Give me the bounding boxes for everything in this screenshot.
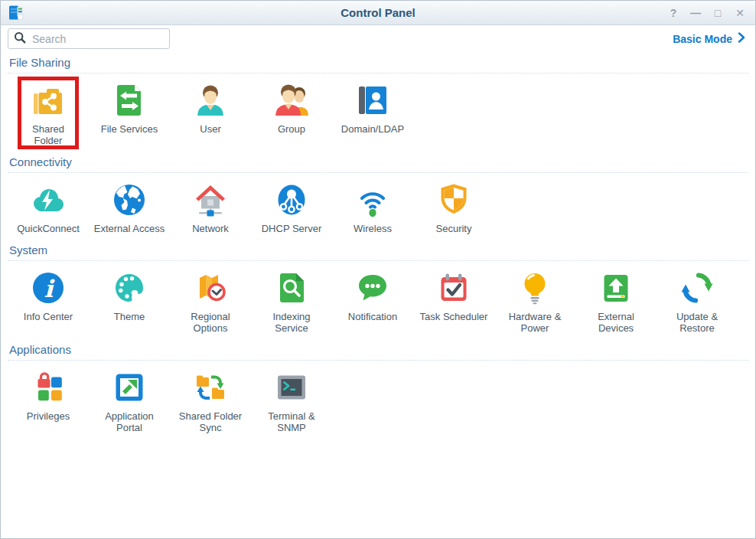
item-label: File Services [101,123,158,135]
control-panel-app-icon [7,4,25,22]
item-label: Indexing Service [256,311,327,334]
section-title: Applications [9,343,747,356]
section-title: System [9,243,747,256]
item-network[interactable]: Network [170,180,251,234]
minimize-button[interactable]: — [689,7,702,19]
user-icon [191,80,230,120]
wireless-icon [353,180,393,220]
item-security[interactable]: Security [413,180,494,234]
item-label: Regional Options [174,311,246,334]
toolbar: Basic Mode [8,28,748,49]
item-label: Task Scheduler [420,311,488,322]
notification-icon [353,268,393,308]
domain-ldap-icon [353,80,393,120]
section-file-sharing: File SharingShared FolderFile ServicesUs… [8,56,748,149]
item-update-restore[interactable]: Update & Restore [657,268,738,334]
item-quickconnect[interactable]: QuickConnect [8,180,89,234]
quickconnect-icon [28,180,68,220]
titlebar: Control Panel ?—□✕ [1,1,755,25]
item-regional-options[interactable]: Regional Options [170,268,251,334]
maximize-button[interactable]: □ [712,7,724,19]
item-label: Info Center [24,311,73,322]
application-portal-icon [109,368,149,407]
item-wireless[interactable]: Wireless [332,180,413,234]
section-system: SystemiInfo CenterThemeRegional OptionsI… [8,243,748,336]
item-notification[interactable]: Notification [332,268,413,322]
item-label: External Devices [580,311,652,334]
item-label: QuickConnect [17,223,80,234]
section-items-row: PrivilegesApplication PortalShared Folde… [8,361,748,436]
close-button[interactable]: ✕ [734,7,746,19]
item-label: Notification [348,311,397,322]
item-label: Application Portal [93,410,165,433]
help-button[interactable]: ? [667,7,679,19]
basic-mode-link[interactable]: Basic Mode [673,32,748,45]
item-theme[interactable]: Theme [89,268,170,322]
window-title: Control Panel [1,6,755,19]
item-label: Shared Folder [24,123,73,146]
item-label: DHCP Server [262,223,322,234]
section-title: File Sharing [9,56,747,69]
item-label: Wireless [354,223,392,234]
window-controls: ?—□✕ [667,7,755,19]
external-devices-icon [596,268,636,308]
shared-folder-icon [28,80,68,120]
item-label: Shared Folder Sync [174,410,246,433]
network-icon [191,180,230,220]
theme-icon [109,268,149,308]
control-panel-window: Control Panel ?—□✕ Basic Mode [0,0,756,539]
section-connectivity: ConnectivityQuickConnectExternal AccessN… [8,155,748,237]
task-scheduler-icon [434,268,474,308]
item-indexing-service[interactable]: Indexing Service [251,268,332,334]
terminal-snmp-icon [272,368,311,407]
section-items-row: iInfo CenterThemeRegional OptionsIndexin… [8,261,748,336]
item-label: Domain/LDAP [341,123,404,135]
search-icon [14,31,26,47]
info-center-icon: i [28,268,68,308]
item-hardware-power[interactable]: Hardware & Power [494,268,575,334]
basic-mode-label: Basic Mode [673,33,732,45]
security-icon [434,180,474,220]
chevron-right-icon [738,32,745,45]
shared-folder-sync-icon [191,368,230,407]
section-items-row: Shared FolderFile ServicesUserGroupDomai… [8,74,748,149]
update-restore-icon [677,268,717,308]
item-file-services[interactable]: File Services [89,80,170,135]
item-application-portal[interactable]: Application Portal [89,368,170,433]
item-terminal-snmp[interactable]: Terminal & SNMP [251,368,332,433]
dhcp-server-icon [272,180,311,220]
item-external-access[interactable]: External Access [89,180,170,234]
item-label: User [200,123,220,135]
item-task-scheduler[interactable]: Task Scheduler [413,268,494,322]
content: Basic Mode File SharingShared FolderFile… [1,28,755,436]
section-items-row: QuickConnectExternal AccessNetworkDHCP S… [8,173,748,237]
privileges-icon [28,368,68,407]
indexing-service-icon [272,268,311,308]
item-label: Privileges [27,410,70,422]
item-dhcp-server[interactable]: DHCP Server [251,180,332,234]
sections-container: File SharingShared FolderFile ServicesUs… [8,56,748,436]
hardware-power-icon [515,268,555,308]
regional-options-icon [191,268,230,308]
item-label: Update & Restore [661,311,733,334]
search-input[interactable] [31,32,172,46]
group-icon [272,80,311,120]
item-domain-ldap[interactable]: Domain/LDAP [332,80,413,135]
item-group[interactable]: Group [251,80,332,135]
item-label: Hardware & Power [499,311,571,334]
file-services-icon [109,80,149,120]
section-applications: ApplicationsPrivilegesApplication Portal… [8,343,748,436]
item-external-devices[interactable]: External Devices [575,268,657,334]
item-label: Security [436,223,472,234]
item-shared-folder-sync[interactable]: Shared Folder Sync [170,368,251,433]
item-privileges[interactable]: Privileges [8,368,89,422]
item-label: Terminal & SNMP [256,410,327,433]
item-label: External Access [94,223,165,234]
search-box[interactable] [8,28,170,49]
external-access-icon [109,180,149,220]
section-title: Connectivity [9,155,747,168]
item-label: Group [278,123,305,135]
item-info-center[interactable]: iInfo Center [8,268,89,322]
item-shared-folder[interactable]: Shared Folder [8,80,89,146]
item-user[interactable]: User [170,80,251,135]
